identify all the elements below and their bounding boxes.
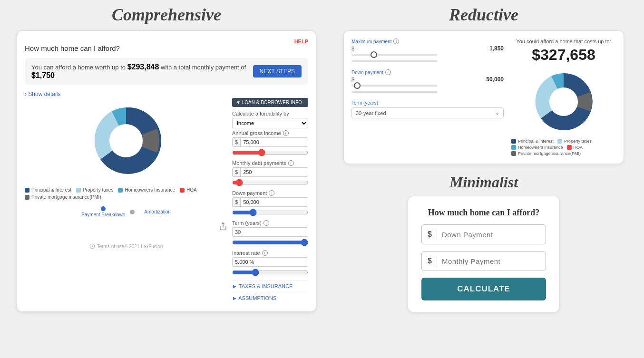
down-payment-minimalist-input[interactable]	[442, 231, 540, 239]
home-value: $293,848	[127, 63, 159, 71]
reductive-legend-pmi-dot	[511, 151, 516, 156]
help-button[interactable]: HELP	[294, 39, 308, 44]
max-payment-thumb[interactable]	[371, 51, 377, 58]
term-info[interactable]: i	[263, 220, 269, 226]
taxes-insurance-section[interactable]: ► TAXES & INSURANCE	[232, 280, 308, 292]
reductive-down-payment-input-row: $ 50,000	[351, 76, 504, 83]
comprehensive-section: Comprehensive HELP How much home can I a…	[10, 5, 323, 353]
slider-tabs: Payment Breakdown Amortization	[81, 206, 171, 217]
reductive-legend-pt: Property taxes	[564, 139, 592, 144]
reductive-down-payment-slider-track	[351, 85, 437, 87]
reductive-down-payment-value: 50,000	[486, 76, 504, 83]
amortization-label: Amortization	[144, 209, 171, 214]
comp-main-content: Principal & Interest Property taxes Home…	[25, 98, 308, 304]
interest-slider[interactable]	[232, 269, 308, 276]
reductive-down-payment-thumb[interactable]	[354, 82, 361, 89]
monthly-debt-input[interactable]	[241, 168, 308, 176]
legend-item: Homeowners Insurance	[118, 187, 175, 193]
assumptions-section[interactable]: ► ASSUMPTIONS	[232, 292, 308, 304]
payment-breakdown-label: Payment Breakdown	[81, 212, 125, 217]
legend-label-pt: Property taxes	[83, 187, 113, 193]
reductive-down-payment-info[interactable]: i	[385, 69, 391, 75]
monthly-debt-slider[interactable]	[232, 179, 308, 186]
down-payment-dollar: $	[428, 230, 432, 239]
legend-color-pt	[76, 188, 81, 193]
reductive-card: Maximum payment i $ 1,850 Down payment i	[343, 30, 624, 164]
reductive-legend-item: Homeowners insurance	[511, 145, 563, 150]
monthly-payment-value: $1,750	[31, 71, 55, 79]
legend-item: Private mortgage insurance(PMI)	[25, 194, 101, 200]
legend-label-hoa: HOA	[186, 187, 197, 193]
down-payment-slider[interactable]	[232, 209, 308, 216]
next-steps-button[interactable]: NEXT STEPS	[253, 65, 302, 77]
reductive-legend-pi: Principal & interest	[518, 139, 554, 144]
svg-point-3	[549, 87, 578, 116]
max-payment-line	[351, 60, 437, 62]
reductive-result: You could afford a home that costs up to…	[511, 39, 616, 156]
legend-color-pi	[25, 188, 29, 193]
interest-info[interactable]: i	[262, 250, 268, 256]
reductive-legend-hoa-dot	[567, 145, 572, 150]
show-details-button[interactable]: › Show details	[25, 91, 60, 97]
reductive-legend-pmi: Private mortgage insurance(PMI)	[518, 151, 581, 156]
max-payment-slider-track	[351, 54, 437, 56]
share-button[interactable]	[219, 222, 227, 232]
amortization-tab[interactable]: Amortization	[144, 209, 171, 214]
annual-income-prefix: $	[233, 138, 241, 146]
down-payment-input[interactable]	[241, 198, 308, 206]
legend-color-pmi	[25, 195, 29, 200]
reductive-legend-pt-dot	[557, 139, 562, 144]
monthly-payment-minimalist-input[interactable]	[442, 257, 540, 265]
annual-income-label: Annual gross income i	[232, 130, 308, 136]
reductive-legend-item: Principal & interest	[511, 139, 554, 144]
reductive-legend-hi: Homeowners insurance	[518, 145, 563, 150]
annual-income-slider[interactable]	[232, 149, 308, 156]
svg-point-0	[109, 124, 143, 157]
down-payment-divider	[437, 229, 437, 240]
terms-link[interactable]: Terms of use	[89, 243, 124, 249]
share-icon	[219, 222, 227, 231]
comp-question: How much home can I afford?	[25, 44, 308, 52]
legend-item: HOA	[180, 187, 197, 193]
reductive-legend-item: Property taxes	[557, 139, 592, 144]
reductive-term-value: 30-year fixed	[356, 110, 386, 116]
result-prefix: You can afford a home worth up to	[31, 64, 127, 71]
copyright: © 2021 LexFusion	[124, 244, 163, 249]
pie-chart	[88, 103, 164, 179]
terms-label: Terms of use	[97, 244, 124, 249]
interest-input[interactable]	[233, 258, 308, 266]
monthly-debt-input-row: $	[232, 167, 308, 177]
reductive-down-payment-line	[351, 91, 437, 93]
max-payment-dollar: $	[351, 46, 354, 51]
down-payment-info[interactable]: i	[269, 190, 274, 196]
term-label: Term (years) i	[232, 220, 308, 226]
reductive-legend-hi-dot	[511, 145, 516, 150]
payment-breakdown-tab[interactable]: Payment Breakdown	[81, 206, 125, 217]
right-column: Reductive Maximum payment i $ 1,850	[323, 5, 634, 353]
reductive-down-payment-label: Down payment i	[351, 69, 504, 75]
legend-label-pmi: Private mortgage insurance(PMI)	[31, 194, 101, 200]
term-input-row	[232, 227, 308, 237]
loan-section-header[interactable]: ▼ LOAN & BORROWER INFO	[232, 98, 308, 107]
legend-label-hi: Homeowners Insurance	[125, 187, 175, 193]
footer: Terms of use © 2021 LexFusion	[89, 243, 163, 249]
result-bar: You can afford a home worth up to $293,8…	[25, 58, 308, 85]
monthly-payment-dollar: $	[428, 257, 432, 265]
term-input[interactable]	[233, 228, 308, 236]
max-payment-info[interactable]: i	[393, 39, 399, 44]
max-payment-input-row: $ 1,850	[351, 45, 504, 52]
interest-label: Interest rate i	[232, 250, 308, 256]
legend-color-hi	[118, 188, 123, 193]
reductive-legend-item: Private mortgage insurance(PMI)	[511, 151, 581, 156]
annual-income-info[interactable]: i	[283, 130, 289, 136]
comp-form-panel: ▼ LOAN & BORROWER INFO Calculate afforda…	[232, 98, 308, 304]
term-slider[interactable]	[232, 239, 308, 246]
reductive-legend: Principal & interest Property taxes Home…	[511, 139, 616, 156]
monthly-debt-info[interactable]: i	[288, 160, 294, 166]
calculate-by-label: Calculate affordability by	[232, 111, 308, 116]
calculate-button[interactable]: CALCULATE	[421, 278, 546, 300]
reductive-term-select[interactable]: 30-year fixed ⌄	[351, 107, 504, 118]
annual-income-input[interactable]	[241, 138, 308, 146]
reductive-legend-pi-dot	[511, 139, 516, 144]
calculate-by-select[interactable]: Income	[232, 118, 308, 128]
